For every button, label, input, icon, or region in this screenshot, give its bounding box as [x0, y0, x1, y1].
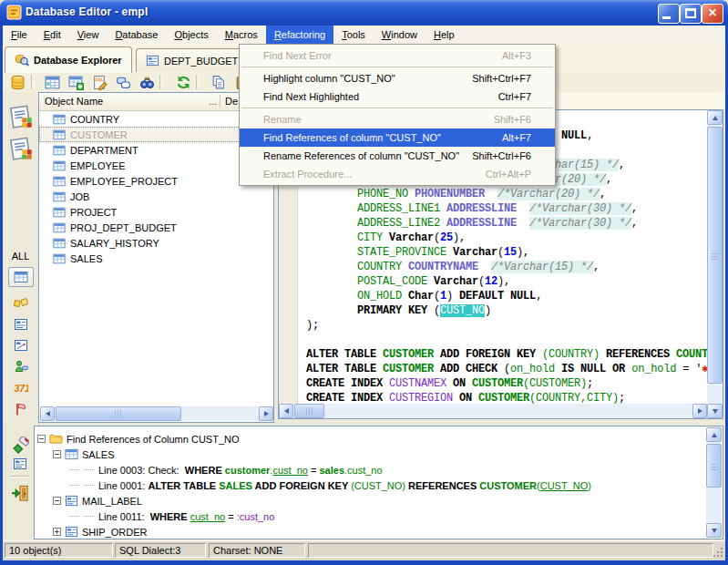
column-object-name[interactable]: Object Name	[45, 96, 103, 107]
refactoring-menu: Find Next ErrorAlt+F3Highlight column "C…	[239, 44, 556, 186]
app-icon	[6, 5, 22, 20]
menu-item-shortcut: Alt+F7	[502, 128, 531, 147]
maximize-button[interactable]	[680, 4, 702, 24]
result-row[interactable]: MAIL_LABEL	[35, 493, 707, 508]
editor-vscrollbar[interactable]	[707, 110, 723, 418]
results-vscrollbar[interactable]	[706, 427, 722, 538]
result-text: Line 0003: Check: WHERE customer.cust_no…	[98, 465, 383, 476]
recent-objects2-button[interactable]	[7, 135, 35, 162]
sql-editor-icon: SQL	[92, 75, 108, 90]
copy-button[interactable]	[207, 73, 229, 91]
title-bar[interactable]: Database Editor - empl	[0, 0, 728, 26]
object-name: EMPLOYEE_PROJECT	[70, 176, 178, 187]
result-row[interactable]: SHIP_ORDER	[35, 524, 707, 539]
references-tree: Find References of Column CUST_NOSALESLi…	[35, 431, 707, 539]
tab-database-explorer[interactable]: Database Explorer	[5, 46, 132, 73]
tables-icon	[14, 270, 28, 284]
expand-toggle-icon[interactable]	[53, 528, 61, 536]
code-line	[306, 333, 707, 347]
menu-item-shortcut: Shift+Ctrl+F6	[472, 147, 531, 165]
category-exceptions[interactable]	[8, 399, 34, 419]
menu-tools[interactable]: Tools	[333, 26, 374, 44]
clear-results-button[interactable]	[6, 435, 34, 457]
result-row[interactable]: Line 0001: ALTER TABLE SALES ADD FOREIGN…	[35, 478, 707, 493]
triggers-icon	[14, 359, 28, 374]
tree-connector	[69, 469, 80, 471]
toolbar-separator	[196, 75, 200, 89]
result-row[interactable]: Line 0003: Check: WHERE customer.cust_no…	[35, 462, 707, 478]
minimize-button[interactable]	[658, 4, 680, 24]
object-row-job[interactable]: JOB	[39, 189, 273, 204]
refresh-button[interactable]	[172, 73, 194, 91]
generators-icon: 371	[14, 380, 28, 395]
find-button[interactable]	[136, 73, 158, 91]
category-triggers[interactable]	[8, 356, 34, 376]
menu-help[interactable]: Help	[426, 26, 463, 44]
menu-item-label: Find Next Highlighted	[263, 87, 359, 106]
menu-edit[interactable]: Edit	[36, 26, 69, 44]
explorer-hscrollbar[interactable]	[40, 406, 273, 421]
object-row-proj-dept-budget[interactable]: PROJ_DEPT_BUDGET	[39, 220, 273, 235]
category-generators[interactable]: 371	[8, 377, 34, 397]
procedures-icon	[14, 338, 28, 353]
database-button[interactable]	[6, 73, 28, 91]
object-row-sales[interactable]: SALES	[39, 251, 273, 266]
code-line: COUNTRY COUNTRYNAME /*Varchar(15) */,	[306, 260, 707, 274]
category-domains[interactable]	[8, 293, 34, 313]
menu-objects[interactable]: Objects	[166, 26, 216, 44]
menu-macros[interactable]: Macros	[217, 26, 266, 44]
alter-table-button[interactable]	[65, 73, 87, 91]
toolbar-separator	[31, 75, 35, 89]
result-row[interactable]: SALES	[35, 447, 707, 462]
table-icon	[53, 128, 66, 141]
goto-reference-button[interactable]	[6, 482, 34, 504]
show-object-button[interactable]	[6, 455, 34, 473]
close-button[interactable]	[702, 4, 723, 24]
result-row[interactable]: Find References of Column CUST_NO	[35, 431, 707, 447]
menu-item-rename-references-of-column-cust-no[interactable]: Rename References of column "CUST_NO"Shi…	[240, 147, 555, 165]
menu-item-extract-procedure[interactable]: Extract Procedure...Ctrl+Alt+P	[240, 165, 555, 183]
menu-item-label: Highlight column "CUST_NO"	[263, 69, 395, 87]
menu-separator	[241, 108, 553, 108]
window-title: Database Editor - empl	[26, 5, 148, 18]
category-views[interactable]	[8, 314, 34, 334]
menu-item-find-references-of-column-cust-no[interactable]: Find References of column "CUST_NO"Alt+F…	[240, 128, 555, 147]
sql-editor-button[interactable]: SQL	[88, 73, 110, 91]
category-procedures[interactable]	[8, 335, 34, 355]
status-segment-charset-none: Charset: NONE	[209, 543, 305, 558]
menu-database[interactable]: Database	[107, 26, 166, 44]
collapse-toggle-icon[interactable]	[53, 450, 61, 458]
views-icon	[13, 457, 27, 471]
table-icon	[53, 113, 66, 126]
object-name: EMPLOYEE	[70, 160, 126, 171]
column-divider[interactable]	[220, 95, 220, 108]
menu-item-label: Rename	[263, 110, 302, 128]
editor-hscrollbar[interactable]	[279, 404, 707, 418]
object-name: PROJ_DEPT_BUDGET	[70, 222, 177, 233]
menu-item-find-next-error[interactable]: Find Next ErrorAlt+F3	[240, 46, 555, 65]
column-description[interactable]: De	[225, 96, 238, 107]
collapse-toggle-icon[interactable]	[37, 435, 46, 443]
new-table-button[interactable]	[41, 73, 63, 91]
menu-item-highlight-column-cust-no[interactable]: Highlight column "CUST_NO"Shift+Ctrl+F7	[240, 69, 555, 87]
resize-grip-icon[interactable]	[713, 547, 723, 558]
result-row[interactable]: Line 0011: WHERE cust_no = :cust_no	[35, 508, 707, 524]
menu-item-rename[interactable]: RenameShift+F6	[240, 110, 555, 128]
category-tables[interactable]	[8, 267, 34, 287]
status-segment-empty	[308, 543, 713, 558]
collapse-toggle-icon[interactable]	[53, 497, 61, 505]
menu-refactoring[interactable]: Refactoring	[266, 26, 333, 44]
recent-objects-button[interactable]	[7, 103, 35, 130]
menu-item-shortcut: Shift+F6	[494, 110, 531, 128]
menu-view[interactable]: View	[69, 26, 108, 44]
code-line: ADDRESS_LINE1 ADDRESSLINE /*Varchar(30) …	[306, 201, 707, 216]
menu-item-find-next-highlighted[interactable]: Find Next HighlightedCtrl+F7	[240, 87, 555, 106]
duplicate-objects-button[interactable]	[112, 73, 134, 91]
tab-dept-budget[interactable]: DEPT_BUDGET	[136, 48, 248, 72]
object-row-salary-history[interactable]: SALARY_HISTORY	[39, 235, 273, 251]
menu-window[interactable]: Window	[374, 26, 426, 44]
object-row-project[interactable]: PROJECT	[39, 204, 273, 220]
menu-file[interactable]: File	[3, 26, 36, 44]
result-text: Find References of Column CUST_NO	[67, 434, 240, 445]
tree-connector	[84, 516, 95, 518]
